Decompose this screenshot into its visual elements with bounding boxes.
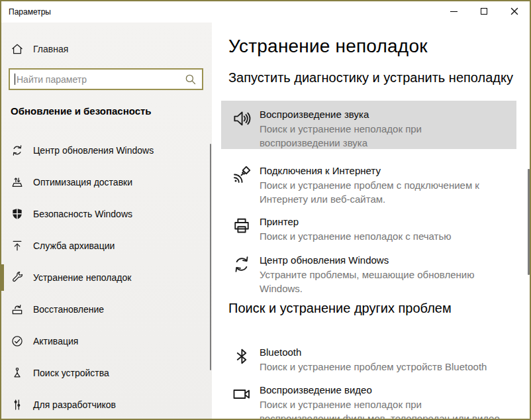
shield-icon: [11, 207, 24, 221]
sidebar-item-home[interactable]: Главная: [1, 36, 212, 62]
sidebar-item-backup[interactable]: Служба архивации: [1, 233, 212, 259]
sidebar-item-troubleshoot[interactable]: Устранение неполадок: [1, 264, 212, 291]
troubleshoot-item-printer[interactable]: Принтер Поиск и устранение неполадок с п…: [221, 208, 516, 250]
troubleshoot-item-video-playback[interactable]: Воспроизведение видео Поиск и устранение…: [221, 376, 516, 420]
troubleshoot-item-title: Воспроизведение видео: [260, 384, 503, 397]
troubleshoot-item-title: Bluetooth: [260, 346, 487, 359]
find-device-icon: [11, 366, 24, 380]
window-title: Параметры: [9, 7, 51, 17]
activation-check-icon: [11, 335, 24, 348]
troubleshoot-item-title: Центр обновления Windows: [260, 254, 503, 267]
caption-buttons: [438, 1, 530, 21]
section-header-run: Запустить диагностику и устранить непола…: [228, 70, 513, 85]
settings-window: Параметры Главная: [0, 0, 531, 420]
sidebar-item-label: Оптимизация доставки: [33, 177, 132, 187]
page-title: Устранение неполадок: [228, 36, 428, 57]
troubleshoot-item-playing-audio[interactable]: Воспроизведение звука Поиск и устранение…: [221, 101, 516, 149]
sidebar-item-label: Безопасность Windows: [33, 209, 132, 219]
troubleshoot-item-title: Принтер: [260, 215, 452, 229]
sidebar-item-label: Устранение неполадок: [33, 272, 131, 283]
maximize-button[interactable]: [469, 1, 499, 21]
troubleshoot-item-desc: Поиск и устранение неполадок с печатью: [260, 229, 452, 243]
sidebar-item-find-my-device[interactable]: Поиск устройства: [1, 360, 212, 386]
recovery-icon: [11, 303, 24, 316]
close-button[interactable]: [499, 1, 530, 21]
troubleshoot-item-desc: Устраните проблемы, мешающие обновлению …: [260, 268, 503, 295]
sidebar-scrollbar[interactable]: [210, 144, 211, 370]
troubleshoot-item-windows-update[interactable]: Центр обновления Windows Устраните пробл…: [221, 246, 516, 303]
search-icon[interactable]: [185, 74, 197, 85]
titlebar[interactable]: Параметры: [1, 1, 530, 23]
troubleshoot-item-title: Воспроизведение звука: [260, 108, 503, 121]
sidebar-item-label: Служба архивации: [33, 240, 115, 251]
troubleshoot-item-desc: Поиск и устранение неполадок при воспрои…: [260, 397, 503, 420]
backup-icon: [11, 239, 24, 252]
main-content: Устранение неполадок Запустить диагности…: [212, 23, 530, 419]
sidebar-item-label: Активация: [33, 336, 78, 346]
delivery-optimization-icon: [11, 176, 24, 189]
bluetooth-icon: [232, 346, 252, 374]
sidebar-item-label: Центр обновления Windows: [33, 145, 154, 156]
internet-connection-icon: [232, 165, 252, 206]
troubleshoot-item-bluetooth[interactable]: Bluetooth Поиск и устранение проблем уст…: [221, 339, 516, 381]
sidebar-item-label: Для разработчиков: [33, 399, 116, 410]
sync-icon: [232, 254, 252, 295]
troubleshoot-item-internet-connections[interactable]: Подключения к Интернету Поиск и устранен…: [221, 157, 516, 213]
maximize-icon: [481, 8, 487, 15]
sync-icon: [11, 144, 24, 157]
minimize-icon: [450, 11, 458, 12]
wrench-icon: [11, 271, 24, 284]
sidebar-item-recovery[interactable]: Восстановление: [1, 296, 212, 323]
sidebar: Главная Обновление и безопасность Центр: [1, 23, 212, 419]
sidebar-item-windows-update[interactable]: Центр обновления Windows: [1, 137, 212, 164]
video-icon: [232, 384, 252, 420]
close-icon: [510, 7, 518, 15]
section-header-other: Поиск и устранение других проблем: [228, 301, 452, 316]
troubleshoot-item-desc: Поиск и устранение проблем с подключение…: [260, 178, 503, 206]
sidebar-item-windows-security[interactable]: Безопасность Windows: [1, 201, 212, 227]
developer-icon: [11, 398, 24, 411]
troubleshoot-item-desc: Поиск и устранение проблем устройств Blu…: [260, 360, 487, 374]
troubleshoot-item-title: Подключения к Интернету: [260, 164, 503, 178]
search-box[interactable]: [9, 68, 203, 90]
troubleshoot-item-desc: Поиск и устранение неполадок при воспрои…: [260, 122, 503, 150]
sidebar-item-activation[interactable]: Активация: [1, 328, 212, 354]
printer-icon: [232, 216, 252, 243]
main-scrollbar[interactable]: [528, 169, 530, 275]
sidebar-item-label: Поиск устройства: [33, 368, 109, 378]
selected-accent-bar: [1, 264, 4, 291]
sidebar-category-header: Обновление и безопасность: [11, 105, 152, 117]
sidebar-item-label: Главная: [33, 44, 68, 54]
sidebar-item-for-developers[interactable]: Для разработчиков: [1, 392, 212, 418]
search-input[interactable]: [15, 74, 185, 85]
minimize-button[interactable]: [438, 1, 469, 21]
sidebar-item-label: Восстановление: [33, 304, 104, 315]
speaker-icon: [232, 109, 252, 142]
sidebar-item-delivery-optimization[interactable]: Оптимизация доставки: [1, 169, 212, 195]
home-icon: [11, 42, 24, 56]
